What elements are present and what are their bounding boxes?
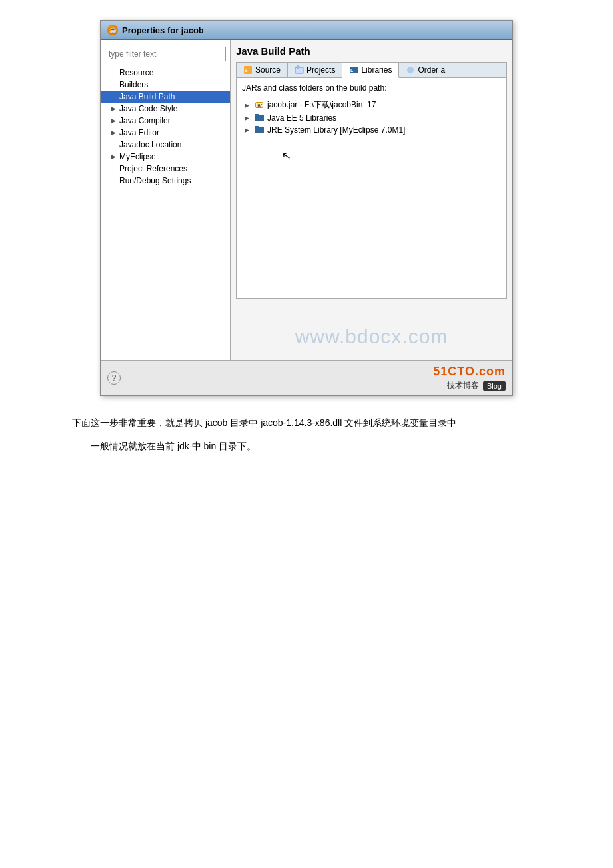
build-item-label: jacob.jar - F:\下载\jacobBin_17 xyxy=(267,99,376,111)
tab-libraries[interactable]: LLibraries xyxy=(342,63,399,78)
cursor-area: ↖ xyxy=(242,136,501,162)
build-tree-item[interactable]: ▶jarjacob.jar - F:\下载\jacobBin_17 xyxy=(242,98,501,112)
tree-item-label: MyEclipse xyxy=(119,152,156,161)
brand-text: 51CTO.com xyxy=(433,365,506,379)
help-button[interactable]: ? xyxy=(107,371,121,385)
expand-arrow: ▶ xyxy=(245,102,251,109)
tree-item-label: Run/Debug Settings xyxy=(119,176,191,185)
lib-icon xyxy=(254,113,265,123)
badge-51cto: 51CTO.com 技术博客 Blog xyxy=(433,365,506,391)
tree-item-label: Project References xyxy=(119,164,187,173)
build-tree: ▶jarjacob.jar - F:\下载\jacobBin_17▶Java E… xyxy=(242,98,501,136)
tab-icon-ord xyxy=(406,65,415,75)
tree-item-javadoc-location[interactable]: Javadoc Location xyxy=(101,139,230,151)
sub-text: 技术博客 Blog xyxy=(447,380,506,391)
tab-source[interactable]: SSource xyxy=(237,63,288,77)
tree-container: ResourceBuildersJava Build Path▶Java Cod… xyxy=(101,67,230,187)
tab-projects[interactable]: Projects xyxy=(288,63,342,77)
tree-item-java-compiler[interactable]: ▶Java Compiler xyxy=(101,115,230,127)
properties-dialog: ☕ Properties for jacob ResourceBuildersJ… xyxy=(100,20,513,396)
svg-text:L: L xyxy=(350,68,354,73)
svg-rect-9 xyxy=(255,127,264,133)
dialog-body: ResourceBuildersJava Build Path▶Java Cod… xyxy=(101,40,512,360)
jar-icon: jar xyxy=(254,101,265,110)
tree-item-run/debug-settings[interactable]: Run/Debug Settings xyxy=(101,175,230,187)
tab-label: Projects xyxy=(306,65,335,75)
tab-label: Libraries xyxy=(361,65,392,75)
tab-icon-proj xyxy=(295,65,304,75)
tree-item-builders[interactable]: Builders xyxy=(101,79,230,91)
tree-item-label: Java Compiler xyxy=(119,116,171,125)
build-item-label: Java EE 5 Libraries xyxy=(267,113,336,123)
body-para2: 一般情况就放在当前 jdk 中 bin 目录下。 xyxy=(53,438,560,455)
svg-text:S: S xyxy=(245,68,248,73)
left-panel: ResourceBuildersJava Build Path▶Java Cod… xyxy=(101,40,231,360)
tab-icon-lib: L xyxy=(349,65,358,75)
cursor-arrow: ↖ xyxy=(281,149,291,163)
dialog-title: Properties for jacob xyxy=(122,25,204,35)
right-panel: Java Build Path SSourceProjectsLLibrarie… xyxy=(231,40,512,360)
page-wrapper: ☕ Properties for jacob ResourceBuildersJ… xyxy=(27,20,586,461)
build-item-label: JRE System Library [MyEclipse 7.0M1] xyxy=(267,125,405,135)
tabs-bar: SSourceProjectsLLibrariesOrder a xyxy=(236,62,507,77)
tree-item-label: Java Editor xyxy=(119,128,159,137)
dialog-title-icon: ☕ xyxy=(107,25,118,35)
body-text: 下面这一步非常重要，就是拷贝 jacob 目录中 jacob-1.14.3-x8… xyxy=(53,415,560,461)
blog-button[interactable]: Blog xyxy=(483,381,506,391)
lib-icon xyxy=(254,125,265,135)
watermark: www.bdocx.com xyxy=(236,299,507,355)
tree-item-java-build-path[interactable]: Java Build Path xyxy=(101,91,230,103)
tree-item-java-code-style[interactable]: ▶Java Code Style xyxy=(101,103,230,115)
expand-arrow: ▶ xyxy=(245,127,251,133)
tree-item-project-references[interactable]: Project References xyxy=(101,163,230,175)
tree-item-label: Javadoc Location xyxy=(119,140,181,149)
tree-item-label: Java Build Path xyxy=(119,92,175,101)
tree-item-label: Resource xyxy=(119,68,153,77)
tree-item-label: Builders xyxy=(119,80,148,89)
tab-icon-src: S xyxy=(243,65,253,75)
tab-label: Source xyxy=(255,65,281,75)
body-para1: 下面这一步非常重要，就是拷贝 jacob 目录中 jacob-1.14.3-x8… xyxy=(53,415,560,431)
sub-label: 技术博客 xyxy=(447,380,479,391)
dialog-titlebar: ☕ Properties for jacob xyxy=(101,21,512,40)
svg-rect-2 xyxy=(295,67,303,73)
tab-content: JARs and class folders on the build path… xyxy=(236,77,507,299)
tree-item-label: Java Code Style xyxy=(119,104,177,113)
tree-item-myeclipse[interactable]: ▶MyEclipse xyxy=(101,151,230,163)
build-tree-item[interactable]: ▶Java EE 5 Libraries xyxy=(242,112,501,124)
svg-rect-8 xyxy=(255,114,259,116)
svg-rect-10 xyxy=(255,126,259,128)
expand-arrow: ▶ xyxy=(245,115,251,121)
build-tree-item[interactable]: ▶JRE System Library [MyEclipse 7.0M1] xyxy=(242,124,501,136)
tab-order-a[interactable]: Order a xyxy=(399,63,452,77)
filter-input[interactable] xyxy=(105,47,226,61)
dialog-footer: ? 51CTO.com 技术博客 Blog xyxy=(101,360,512,395)
tree-item-java-editor[interactable]: ▶Java Editor xyxy=(101,127,230,139)
right-panel-title: Java Build Path xyxy=(236,45,507,57)
tree-item-resource[interactable]: Resource xyxy=(101,67,230,79)
svg-point-6 xyxy=(407,67,414,73)
tab-label: Order a xyxy=(418,65,445,75)
tab-content-desc: JARs and class folders on the build path… xyxy=(242,83,501,93)
svg-rect-3 xyxy=(297,66,299,68)
svg-rect-7 xyxy=(255,115,264,121)
